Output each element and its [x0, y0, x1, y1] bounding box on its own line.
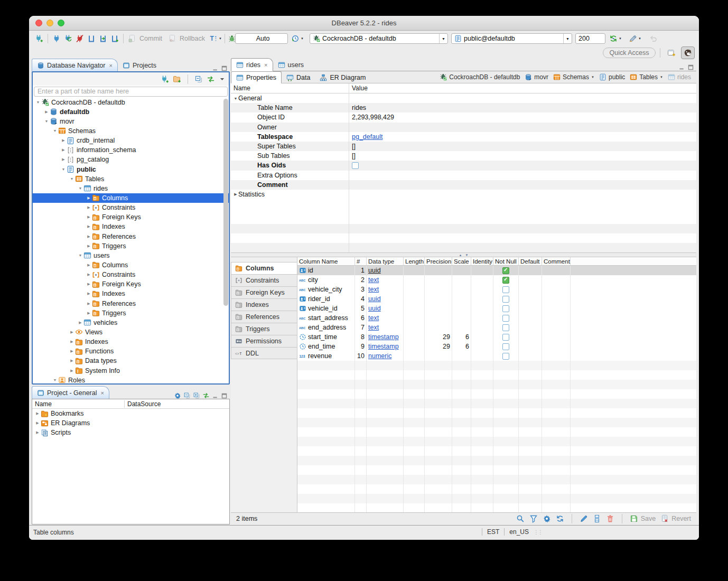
revert-label[interactable]: Revert — [671, 515, 691, 522]
save-icon[interactable] — [630, 514, 638, 523]
column-row-start-address[interactable]: ABCstart_address6text — [297, 313, 696, 323]
tree-item-constraints[interactable]: ▶Constraints — [33, 270, 229, 279]
expand-arrow-icon[interactable]: ▶ — [69, 359, 75, 363]
object-tab-references[interactable]: References — [231, 311, 297, 323]
tree-item-defaultdb[interactable]: ▶defaultdb — [33, 107, 229, 117]
not-null-checkbox[interactable] — [502, 324, 509, 331]
property-row-table-name[interactable]: Table Namerides — [231, 103, 696, 113]
column-row-vehicle-city[interactable]: ABCvehicle_city3text — [297, 285, 696, 294]
expand-arrow-icon[interactable]: ▶ — [86, 302, 92, 306]
delete-icon[interactable] — [606, 514, 614, 523]
column-header-length[interactable]: Length — [404, 257, 425, 265]
reconnect-button[interactable] — [62, 33, 74, 44]
property-row-sub-tables[interactable]: Sub Tables[] — [231, 151, 696, 161]
disconnect-button[interactable] — [74, 33, 86, 44]
not-null-checkbox[interactable] — [502, 267, 509, 274]
expand-arrow-icon[interactable]: ▶ — [86, 263, 92, 267]
column-data-type-link[interactable]: text — [368, 286, 379, 293]
object-tab-constraints[interactable]: Constraints — [231, 274, 297, 286]
new-connection-button[interactable] — [33, 33, 45, 44]
tree-item-indexes[interactable]: ▶Indexes — [33, 289, 229, 298]
property-row-super-tables[interactable]: Super Tables[] — [231, 142, 696, 151]
edit-pencil-icon[interactable] — [580, 514, 588, 523]
column-data-type-link[interactable]: timestamp — [368, 343, 399, 350]
close-tab-icon[interactable]: × — [264, 62, 267, 68]
settings-gear-icon[interactable] — [174, 392, 181, 399]
tree-item-foreign-keys[interactable]: ▶Foreign Keys — [33, 279, 229, 289]
expand-arrow-icon[interactable]: ▶ — [34, 430, 41, 435]
tree-item-rides[interactable]: ▼rides — [33, 184, 229, 193]
expand-arrow-icon[interactable]: ▶ — [86, 273, 92, 277]
tree-item-data-types[interactable]: ▶Data types — [33, 356, 229, 366]
refresh-button[interactable]: ▼ — [609, 33, 622, 44]
column-row-revenue[interactable]: 123revenue10numeric — [297, 351, 696, 361]
sql-editor-button[interactable] — [86, 33, 97, 44]
new-folder-icon[interactable] — [173, 75, 181, 83]
property-row-statistics[interactable]: ▶Statistics — [231, 190, 696, 199]
rollback-button[interactable] — [166, 33, 178, 44]
tree-scrollbar-thumb[interactable] — [223, 99, 228, 306]
link-with-editor-icon[interactable] — [202, 392, 210, 399]
filter-icon[interactable] — [529, 514, 538, 523]
column-header-precision[interactable]: Precision — [425, 257, 452, 265]
collapse-arrow-icon[interactable]: ▼ — [60, 167, 67, 171]
splitter-up-icon[interactable]: ▲ — [459, 254, 462, 257]
property-row-tablespace[interactable]: Tablespacepg_default — [231, 132, 696, 142]
not-null-checkbox[interactable] — [502, 305, 509, 312]
tree-item-vehicles[interactable]: ▶vehicles — [33, 318, 229, 327]
tree-item-references[interactable]: ▶References — [33, 298, 229, 308]
close-tab-icon[interactable]: × — [109, 62, 112, 69]
table-filter-input[interactable] — [34, 87, 228, 97]
breadcrumb-item-cockroachdb-defaultdb[interactable]: CockroachDB - defaultdb — [440, 73, 520, 81]
connect-button[interactable] — [51, 33, 62, 44]
new-connection-icon[interactable] — [161, 75, 169, 83]
minimize-panel-icon[interactable] — [678, 64, 685, 71]
subtab-properties[interactable]: Properties — [231, 71, 282, 83]
column-row-end-address[interactable]: ABCend_address7text — [297, 323, 696, 332]
column-data-type-link[interactable]: text — [368, 314, 379, 322]
tree-item-indexes[interactable]: ▶Indexes — [33, 337, 229, 346]
collapse-arrow-icon[interactable]: ▼ — [43, 119, 50, 123]
search-icon[interactable] — [516, 514, 525, 523]
expand-arrow-icon[interactable]: ▶ — [86, 196, 92, 200]
column-header-identity[interactable]: Identity — [471, 257, 493, 265]
expand-arrow-icon[interactable]: ▶ — [60, 138, 67, 143]
transaction-mode-button[interactable]: T▼ — [209, 33, 222, 44]
breadcrumb-item-public[interactable]: public — [599, 73, 625, 81]
expand-arrow-icon[interactable]: ▶ — [69, 349, 75, 353]
expand-arrow-icon[interactable]: ▶ — [86, 224, 92, 229]
property-value-link[interactable]: pg_default — [352, 133, 382, 140]
column-row-vehicle-id[interactable]: vehicle_id5uuid — [297, 304, 696, 313]
object-tab-ddl[interactable]: <>TDDL — [231, 347, 297, 359]
not-null-checkbox[interactable] — [502, 353, 509, 360]
not-null-checkbox[interactable] — [502, 315, 509, 322]
expand-arrow-icon[interactable]: ▶ — [233, 192, 238, 196]
object-tab-foreign-keys[interactable]: Foreign Keys — [231, 286, 297, 298]
column-header-value[interactable]: Value — [349, 85, 368, 92]
breadcrumb-item-rides[interactable]: rides — [668, 73, 691, 81]
tree-scrollbar[interactable] — [223, 99, 228, 383]
property-row-owner[interactable]: Owner — [231, 123, 696, 132]
tree-item-constraints[interactable]: ▶Constraints — [33, 203, 229, 212]
column-header-scale[interactable]: Scale — [452, 257, 471, 265]
property-row-has-oids[interactable]: Has Oids — [231, 161, 696, 170]
revert-icon[interactable] — [660, 514, 669, 523]
quick-access-input[interactable] — [603, 48, 656, 58]
tab-projects[interactable]: Projects — [118, 59, 161, 72]
tree-item-information-schema[interactable]: ▶information_schema — [33, 145, 229, 155]
maximize-panel-icon[interactable] — [221, 392, 228, 399]
expand-arrow-icon[interactable]: ▶ — [69, 369, 75, 373]
object-tab-columns[interactable]: Columns — [231, 262, 297, 274]
column-header-datasource[interactable]: DataSource — [125, 400, 161, 408]
property-checkbox[interactable] — [352, 162, 359, 169]
collapse-arrow-icon[interactable]: ▼ — [52, 378, 58, 382]
breadcrumb-item-tables[interactable]: Tables▼ — [630, 73, 663, 81]
save-label[interactable]: Save — [641, 515, 656, 522]
dropdown-arrow-icon[interactable]: ▼ — [660, 76, 663, 79]
column-row-end-time[interactable]: end_time9timestamp296 — [297, 342, 696, 351]
tree-item-tables[interactable]: ▼Tables — [33, 174, 229, 184]
expand-arrow-icon[interactable]: ▶ — [86, 244, 92, 248]
settings-gear-icon[interactable] — [543, 514, 551, 523]
column-data-type-link[interactable]: numeric — [368, 352, 391, 360]
expand-arrow-icon[interactable]: ▶ — [86, 215, 92, 219]
